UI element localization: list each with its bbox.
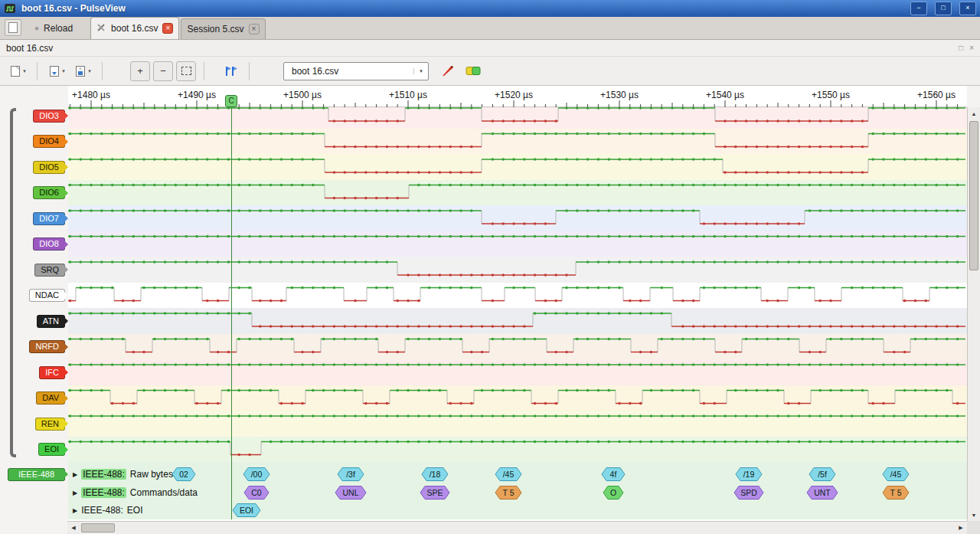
horizontal-scrollbar-thumb[interactable] (81, 523, 115, 532)
svg-text:/5f: /5f (818, 470, 827, 479)
wrench-icon (96, 22, 106, 34)
toolbar-separator (37, 62, 38, 80)
maximize-button[interactable]: □ (935, 2, 952, 15)
float-view-button[interactable]: □ (959, 44, 963, 52)
time-ruler[interactable]: +1480 µs+1490 µs+1500 µs+1510 µs+1520 µs… (68, 86, 967, 107)
decoder-annotations: 02/00/3f/18/454f/19/5f/45C0UNLSPET 5OSPD… (172, 468, 909, 517)
svg-text:/45: /45 (890, 470, 902, 479)
tab-session-5.csv[interactable]: Session 5.csv× (181, 18, 265, 39)
new-session-button[interactable] (5, 19, 21, 36)
svg-text:/19: /19 (743, 470, 755, 479)
decoder-tag-IEEE-488[interactable]: IEEE-488 (8, 468, 65, 481)
cursor-line[interactable] (231, 107, 232, 519)
svg-text:4f: 4f (610, 470, 617, 479)
save-file-button[interactable]: ▾ (71, 61, 94, 81)
session-title: boot 16.csv (6, 43, 53, 54)
signal-tag-DIO6[interactable]: DIO6 (33, 186, 65, 199)
wave-DIO3 (68, 108, 965, 121)
decoder-row-label-1[interactable]: ▶IEEE-488:Commands/data (73, 486, 198, 500)
cursor-flag[interactable]: C (225, 95, 237, 107)
expander-icon[interactable]: ▶ (73, 490, 77, 496)
vertical-scrollbar-thumb[interactable] (969, 121, 978, 270)
combobox-arrow-icon: ▾ (413, 68, 428, 74)
wave-SRQ (68, 262, 965, 275)
decoder-row-name: Raw bytes (130, 469, 173, 480)
expander-icon[interactable]: ▶ (73, 471, 77, 478)
reload-button[interactable]: ● Reload (28, 21, 80, 36)
new-session-toolbar-button[interactable]: ▾ (6, 61, 29, 81)
close-view-button[interactable]: × (969, 44, 974, 52)
zoom-in-button[interactable]: + (130, 61, 150, 81)
expander-icon[interactable]: ▶ (73, 507, 77, 514)
wave-DIO5 (68, 159, 965, 172)
cursors-icon (221, 65, 238, 77)
combobox-value: boot 16.csv (284, 66, 413, 77)
svg-text:EOI: EOI (240, 506, 253, 515)
decoder-row-label-0[interactable]: ▶IEEE-488:Raw bytes (73, 468, 173, 481)
signal-tag-DIO5[interactable]: DIO5 (33, 161, 65, 174)
minimize-button[interactable]: − (910, 2, 927, 15)
waveforms-svg: 02/00/3f/18/454f/19/5f/45C0UNLSPET 5OSPD… (68, 107, 967, 521)
scroll-up-button[interactable]: ▲ (968, 107, 980, 120)
decoder-row-prefix: IEEE-488: (81, 487, 126, 498)
session-file-combobox[interactable]: boot 16.csv ▾ (283, 62, 429, 80)
blank-page-icon (8, 22, 18, 33)
decoder-row-name: Commands/data (130, 487, 198, 498)
scroll-right-button[interactable]: ▶ (955, 522, 967, 534)
tab-boot-16.csv[interactable]: boot 16.csv× (90, 17, 179, 39)
decoder-row-name: EOI (127, 505, 143, 516)
svg-text:/00: /00 (251, 470, 263, 479)
configure-channels-button[interactable] (436, 61, 459, 81)
signal-tag-DIO8[interactable]: DIO8 (33, 238, 65, 251)
signal-tag-IFC[interactable]: IFC (39, 366, 65, 379)
signal-tag-DAV[interactable]: DAV (36, 391, 65, 405)
main-toolbar: ▾ ▾ ▾ + − boot 16.csv ▾ (0, 57, 980, 86)
vertical-scrollbar[interactable]: ▲ ▼ (967, 107, 980, 521)
scroll-left-button[interactable]: ◀ (67, 522, 80, 534)
signal-tag-DIO4[interactable]: DIO4 (33, 135, 65, 148)
add-decoder-button[interactable] (462, 61, 485, 81)
trace-group-bracket[interactable] (10, 108, 16, 457)
trace-view: +1480 µs+1490 µs+1500 µs+1510 µs+1520 µs… (0, 86, 980, 534)
signal-tag-NDAC[interactable]: NDAC (29, 289, 65, 302)
signal-tag-SRQ[interactable]: SRQ (34, 264, 65, 277)
open-file-button[interactable]: ▾ (45, 61, 68, 81)
plot-area[interactable]: 02/00/3f/18/454f/19/5f/45C0UNLSPET 5OSPD… (68, 107, 967, 521)
open-file-icon (48, 65, 60, 77)
signal-tag-ATN[interactable]: ATN (37, 315, 65, 328)
wave-NDAC (68, 288, 965, 301)
reload-label: Reload (44, 23, 73, 34)
wave-ATN (68, 313, 965, 326)
signal-tag-REN[interactable]: REN (35, 418, 65, 431)
toolbar-separator (249, 62, 250, 80)
save-file-icon (74, 65, 87, 77)
signal-tag-DIO3[interactable]: DIO3 (33, 110, 65, 123)
close-button[interactable]: × (959, 2, 976, 15)
signal-tag-DIO7[interactable]: DIO7 (33, 212, 65, 225)
scroll-down-button[interactable]: ▼ (968, 509, 980, 521)
svg-text:T 5: T 5 (503, 488, 514, 497)
svg-text:T 5: T 5 (890, 488, 902, 497)
tab-close-button[interactable]: × (249, 24, 260, 34)
toolbar-separator (102, 62, 103, 80)
titlebar: boot 16.csv - PulseView − □ × (0, 0, 980, 17)
tab-close-button[interactable]: × (162, 23, 173, 34)
show-cursors-button[interactable] (218, 61, 241, 81)
app-icon (4, 2, 16, 15)
zoom-out-button[interactable]: − (153, 61, 173, 81)
svg-text:/3f: /3f (346, 470, 355, 479)
record-circle-icon: ● (34, 25, 39, 32)
toolbar-separator (204, 62, 204, 80)
svg-text:C0: C0 (251, 488, 262, 497)
svg-text:SPE: SPE (426, 488, 443, 497)
svg-text:UNT: UNT (814, 488, 831, 497)
zoom-fit-button[interactable] (176, 61, 196, 81)
svg-text:UNL: UNL (342, 488, 358, 497)
signal-tag-EOI[interactable]: EOI (38, 443, 65, 456)
signal-tag-NRFD[interactable]: NRFD (29, 340, 65, 353)
decoder-row-label-2[interactable]: ▶IEEE-488:EOI (73, 504, 143, 517)
horizontal-scrollbar[interactable]: ◀ ▶ (67, 521, 967, 534)
session-header: boot 16.csv □ × (0, 40, 980, 57)
tab-bar: ● Reload boot 16.csv×Session 5.csv× (0, 17, 980, 40)
svg-text:O: O (610, 488, 616, 497)
